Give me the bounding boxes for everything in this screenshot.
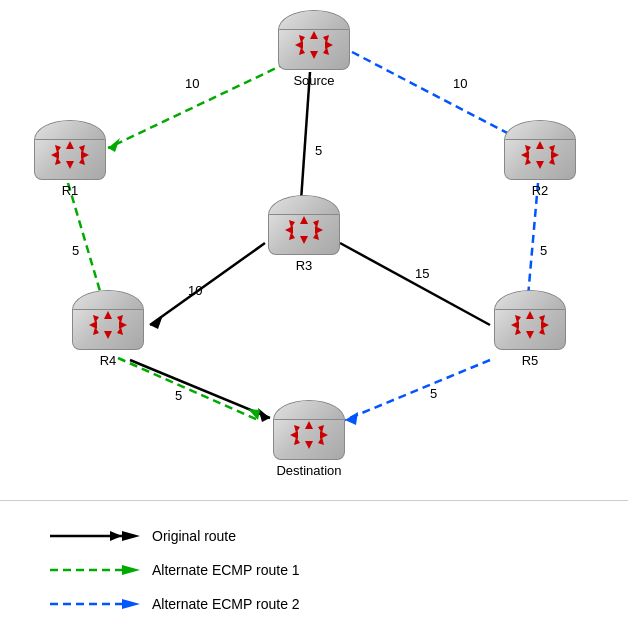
svg-marker-53 — [89, 321, 97, 329]
router-r2: R2 — [500, 120, 580, 198]
svg-marker-68 — [305, 441, 313, 449]
svg-marker-45 — [285, 226, 293, 234]
svg-line-10 — [150, 243, 265, 325]
edge-weight-r1-r4: 5 — [72, 243, 79, 258]
svg-marker-43 — [300, 216, 308, 224]
svg-line-12 — [340, 243, 490, 325]
edge-weight-src-r3: 5 — [315, 143, 322, 158]
router-r3-label: R3 — [296, 258, 313, 273]
svg-line-17 — [345, 360, 490, 420]
svg-marker-60 — [526, 331, 534, 339]
svg-marker-46 — [315, 226, 323, 234]
router-r5: R5 — [490, 290, 570, 368]
svg-marker-11 — [150, 315, 163, 329]
svg-marker-35 — [536, 141, 544, 149]
router-r4-label: R4 — [100, 353, 117, 368]
router-source-body — [278, 10, 350, 70]
svg-marker-30 — [81, 151, 89, 159]
svg-marker-22 — [325, 41, 333, 49]
svg-marker-67 — [305, 421, 313, 429]
legend-item-ecmp2: Alternate ECMP route 2 — [50, 594, 628, 614]
router-r1: R1 — [30, 120, 110, 198]
legend-line-green — [50, 560, 140, 580]
router-r3-body — [268, 195, 340, 255]
router-destination-body — [273, 400, 345, 460]
svg-marker-59 — [526, 311, 534, 319]
svg-marker-19 — [310, 31, 318, 39]
svg-marker-70 — [320, 431, 328, 439]
router-source: Source — [274, 10, 354, 88]
router-r3: R3 — [264, 195, 344, 273]
svg-marker-20 — [310, 51, 318, 59]
legend-label-original: Original route — [152, 528, 236, 544]
legend-line-blue — [50, 594, 140, 614]
svg-marker-38 — [551, 151, 559, 159]
router-source-label: Source — [293, 73, 334, 88]
legend-label-ecmp1: Alternate ECMP route 1 — [152, 562, 300, 578]
svg-marker-79 — [122, 565, 140, 575]
svg-line-2 — [300, 72, 310, 215]
edge-weight-src-r2: 10 — [453, 76, 467, 91]
router-destination: Destination — [264, 400, 354, 478]
router-r5-body — [494, 290, 566, 350]
svg-marker-36 — [536, 161, 544, 169]
network-diagram: 10 5 10 5 5 10 15 5 5 — [0, 0, 628, 500]
router-r4: R4 — [68, 290, 148, 368]
svg-marker-44 — [300, 236, 308, 244]
svg-marker-62 — [541, 321, 549, 329]
edge-weight-r2-r5: 5 — [540, 243, 547, 258]
router-r4-body — [72, 290, 144, 350]
legend-label-ecmp2: Alternate ECMP route 2 — [152, 596, 300, 612]
legend-line-black — [50, 526, 140, 546]
svg-marker-81 — [122, 599, 140, 609]
legend: Original route Alternate ECMP route 1 Al… — [0, 500, 628, 638]
svg-marker-28 — [66, 161, 74, 169]
legend-item-original: Original route — [50, 526, 628, 546]
svg-marker-76 — [110, 531, 122, 541]
svg-marker-77 — [122, 531, 140, 541]
router-r1-body — [34, 120, 106, 180]
router-destination-label: Destination — [276, 463, 341, 478]
edge-weight-r4-dest-black: 5 — [175, 388, 182, 403]
edge-weight-r3-r5: 15 — [415, 266, 429, 281]
svg-marker-21 — [295, 41, 303, 49]
router-r2-label: R2 — [532, 183, 549, 198]
edge-weight-r3-r4: 10 — [188, 283, 202, 298]
svg-marker-52 — [104, 331, 112, 339]
svg-marker-61 — [511, 321, 519, 329]
router-r2-body — [504, 120, 576, 180]
svg-marker-51 — [104, 311, 112, 319]
svg-marker-54 — [119, 321, 127, 329]
edge-weight-src-r1: 10 — [185, 76, 199, 91]
router-r5-label: R5 — [522, 353, 539, 368]
svg-marker-37 — [521, 151, 529, 159]
svg-marker-29 — [51, 151, 59, 159]
router-r1-label: R1 — [62, 183, 79, 198]
svg-marker-27 — [66, 141, 74, 149]
svg-marker-69 — [290, 431, 298, 439]
edge-weight-r5-dest: 5 — [430, 386, 437, 401]
legend-item-ecmp1: Alternate ECMP route 1 — [50, 560, 628, 580]
